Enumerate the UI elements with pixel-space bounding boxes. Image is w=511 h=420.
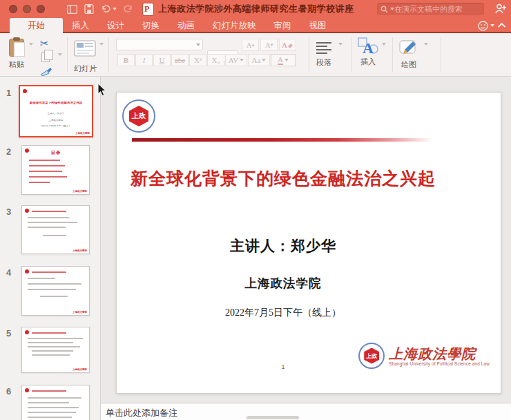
mini-logo-icon	[25, 388, 29, 392]
undo-button[interactable]	[101, 5, 117, 13]
paragraph-lines-icon	[316, 42, 331, 54]
slide-editor-area: 上政 新全球化背景下的绿色金融法治之兴起 主讲人：郑少华 上海政法学院 2022…	[101, 77, 511, 403]
clear-formatting-button[interactable]: A	[279, 39, 296, 51]
insert-button[interactable]: A 插入	[358, 37, 378, 67]
cut-button[interactable]: ✂	[40, 37, 49, 50]
collapse-ribbon-icon[interactable]	[498, 23, 505, 30]
search-input[interactable]	[394, 5, 470, 13]
slide-number: 2	[6, 146, 11, 157]
thumbnail-slide-6[interactable]	[21, 385, 90, 420]
tab-home[interactable]: 开始	[10, 18, 63, 33]
subscript-button[interactable]: X₂	[207, 54, 224, 66]
paragraph-button[interactable]: 段落	[316, 40, 331, 68]
draw-dropdown-icon[interactable]	[423, 46, 428, 58]
minimize-window-button[interactable]	[23, 5, 31, 13]
paste-button[interactable]: 粘贴	[9, 39, 24, 70]
font-name-combobox[interactable]	[116, 39, 203, 50]
university-seal-icon: 上政	[358, 343, 385, 369]
group-divider	[441, 37, 441, 72]
paste-dropdown-icon[interactable]	[28, 46, 33, 58]
draw-brush-icon	[399, 39, 418, 55]
slide-institution-textbox[interactable]: 上海政法学院	[117, 275, 450, 292]
bold-button[interactable]: B	[117, 54, 135, 66]
eraser-icon	[287, 42, 293, 48]
shrink-font-button[interactable]: A▾	[260, 39, 278, 51]
window-controls	[9, 5, 45, 13]
ribbon: 粘贴 ✂ 幻灯片 A▴ A▾ A B I U abe X² X₂ AV Aa A…	[0, 33, 511, 77]
slide-date-textbox[interactable]: 2022年7月5日下午（线上）	[117, 307, 450, 319]
paste-clipboard-icon	[9, 39, 24, 57]
tab-insert[interactable]: 插入	[63, 18, 98, 33]
document-icon: P	[143, 3, 153, 15]
insert-shapes-icon: A	[358, 37, 378, 55]
new-slide-dropdown-icon[interactable]	[98, 46, 104, 58]
font-name-dropdown-icon[interactable]	[196, 44, 200, 46]
tab-slideshow[interactable]: 幻灯片放映	[204, 18, 265, 33]
copy-dropdown-icon[interactable]	[57, 56, 62, 68]
search-box[interactable]	[377, 3, 484, 15]
tab-animations[interactable]: 动画	[168, 18, 204, 33]
feedback-dropdown-icon[interactable]	[490, 24, 494, 27]
decorative-red-line[interactable]	[132, 138, 436, 142]
font-color-button[interactable]: A	[271, 54, 296, 66]
thumbnail-slide-4[interactable]: 上海政法學院	[21, 266, 90, 316]
thumbnail-slide-3[interactable]: 上海政法學院	[21, 205, 90, 254]
grow-font-button[interactable]: A▴	[242, 39, 259, 51]
slide-speaker-textbox[interactable]: 主讲人：郑少华	[117, 236, 450, 256]
slide-canvas[interactable]: 上政 新全球化背景下的绿色金融法治之兴起 主讲人：郑少华 上海政法学院 2022…	[116, 92, 501, 394]
logo-english-text: Shanghai University of Political Science…	[389, 361, 490, 366]
titlebar: P 上海政法学院涉外高端律师研究生暑期学校讲座	[0, 0, 511, 18]
document-title: 上海政法学院涉外高端律师研究生暑期学校讲座	[158, 3, 354, 15]
slide-title-textbox[interactable]: 新全球化背景下的绿色金融法治之兴起	[117, 167, 450, 190]
undo-dropdown-icon[interactable]	[113, 8, 117, 10]
draw-button[interactable]: 绘图	[399, 39, 418, 70]
mini-logo-icon	[25, 269, 29, 274]
copy-icon	[41, 52, 50, 62]
save-icon[interactable]	[84, 4, 94, 14]
tab-design[interactable]: 设计	[98, 18, 133, 33]
group-divider	[351, 37, 351, 72]
underline-button[interactable]: U	[153, 54, 171, 66]
zoom-window-button[interactable]	[37, 5, 45, 13]
share-collaborate-icon[interactable]	[495, 3, 506, 17]
slide-thumbnail-panel: 1 新全球化背景下的绿色金融法治之兴起 主讲人：郑少华 上海政法学院 2022年…	[0, 77, 101, 420]
thumbnail-slide-5[interactable]: 上海政法學院	[21, 327, 90, 373]
redo-button[interactable]	[124, 5, 133, 13]
superscript-button[interactable]: X²	[189, 54, 206, 66]
paragraph-dropdown-icon[interactable]	[337, 46, 343, 58]
font-format-buttons: B I U abe X² X₂ AV Aa A	[117, 54, 296, 66]
tab-view[interactable]: 视图	[300, 18, 336, 33]
slide-number: 6	[6, 386, 11, 397]
copy-button[interactable]	[41, 52, 50, 62]
horizontal-scrollbar-thumb[interactable]	[247, 416, 299, 419]
new-slide-button[interactable]: 幻灯片	[74, 40, 97, 74]
tab-review[interactable]: 审阅	[265, 18, 300, 33]
insert-dropdown-icon[interactable]	[380, 46, 386, 58]
group-divider	[67, 37, 68, 72]
slide-number: 3	[6, 207, 11, 217]
slide-number: 5	[6, 328, 11, 338]
feedback-smiley-button[interactable]	[478, 21, 494, 31]
change-case-button[interactable]: Aa	[248, 54, 270, 66]
slide-number: 4	[6, 267, 11, 278]
tab-transitions[interactable]: 切换	[133, 18, 168, 33]
normal-view-icon[interactable]	[67, 5, 77, 14]
italic-button[interactable]: I	[135, 54, 153, 66]
close-window-button[interactable]	[9, 5, 17, 13]
character-spacing-button[interactable]: AV	[225, 54, 247, 66]
notes-placeholder[interactable]: 单击此处添加备注	[106, 407, 177, 419]
mini-logo-icon	[25, 209, 29, 213]
thumbnail-slide-2[interactable]: 目 录 上海政法學院	[21, 145, 90, 195]
notes-pane[interactable]: 单击此处添加备注	[101, 403, 511, 420]
search-icon	[380, 6, 388, 13]
insert-letter: A	[363, 39, 374, 55]
slide-number: 1	[6, 88, 11, 98]
mini-logo-icon	[25, 330, 29, 334]
university-logo-block[interactable]: 上政 上海政法學院 Shanghai University of Politic…	[358, 343, 490, 369]
thumbnail-slide-1[interactable]: 新全球化背景下的绿色金融法治之兴起 主讲人：郑少华 上海政法学院 2022年7月…	[19, 85, 93, 137]
format-painter-icon	[40, 67, 52, 76]
university-seal-logo[interactable]: 上政	[122, 99, 155, 133]
strikethrough-button[interactable]: abe	[171, 54, 189, 66]
smiley-icon	[478, 21, 488, 31]
slide-layout-icon	[74, 40, 96, 57]
